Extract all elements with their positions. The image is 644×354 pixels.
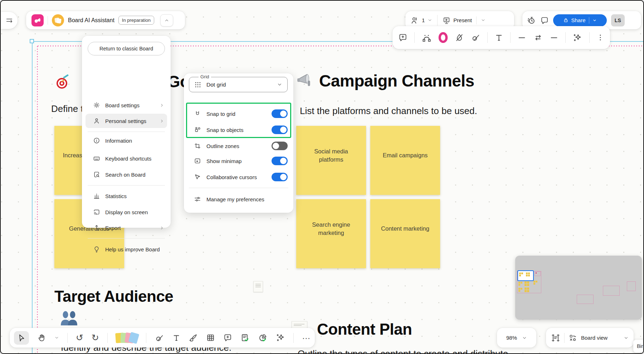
- magnet-icon: [194, 110, 201, 117]
- outline-zones-toggle[interactable]: [272, 142, 288, 150]
- zoom-level[interactable]: 98%: [506, 335, 517, 341]
- menu-item-help-improve[interactable]: Help us improve Board: [82, 242, 171, 256]
- ai-sparkle-icon[interactable]: [275, 333, 285, 343]
- comment-add-icon[interactable]: [398, 33, 408, 42]
- comment-add-icon[interactable]: [223, 333, 232, 342]
- chevron-down-icon[interactable]: [592, 18, 597, 23]
- present-button[interactable]: Present: [453, 17, 472, 23]
- arrows-swap-icon[interactable]: [533, 33, 543, 42]
- line-icon[interactable]: [550, 33, 558, 42]
- hand-tool-icon[interactable]: [37, 333, 46, 342]
- menu-item-keyboard-shortcuts[interactable]: Keyboard shortcuts: [82, 151, 171, 166]
- chevron-down-icon[interactable]: [522, 335, 527, 340]
- open-sidebar-button[interactable]: [1, 12, 18, 29]
- corner-tooltip: Bir: [633, 340, 644, 353]
- divider: [476, 16, 477, 24]
- sticky-note[interactable]: Email campaigns: [370, 126, 440, 195]
- share-button[interactable]: Share: [553, 14, 607, 26]
- collapse-header-button[interactable]: [160, 14, 173, 26]
- audience-heading[interactable]: Target Audience: [54, 287, 173, 305]
- sticky-note[interactable]: Social media platforms: [296, 126, 366, 195]
- collaborators-count[interactable]: 1: [422, 17, 425, 23]
- divider: [589, 32, 590, 43]
- menu-divider: [88, 185, 165, 186]
- no-fill-icon[interactable]: [455, 33, 464, 42]
- minimap-viewport[interactable]: [517, 270, 534, 281]
- show-minimap-toggle[interactable]: [272, 157, 288, 165]
- chart-check-icon[interactable]: [258, 333, 267, 343]
- export-icon: [93, 224, 100, 231]
- sticky-note[interactable]: Search engine marketing: [296, 199, 366, 268]
- frame-border-left: [37, 45, 38, 353]
- status-badge: In preparation: [118, 16, 154, 25]
- text-icon[interactable]: [172, 334, 181, 342]
- snap-to-objects-toggle[interactable]: [272, 126, 288, 134]
- selection-handle[interactable]: [30, 39, 34, 43]
- sticky-notes-tool[interactable]: [116, 331, 138, 344]
- search-page-icon: [93, 171, 100, 178]
- gear-icon: [93, 102, 100, 109]
- minimap[interactable]: [515, 256, 642, 320]
- content-heading[interactable]: Content Plan: [317, 320, 412, 338]
- timer-icon[interactable]: [527, 16, 536, 25]
- content-subtitle[interactable]: Outline the types of content to create a…: [298, 348, 511, 354]
- toggle-row-snap-to-objects: Snap to objects: [184, 123, 293, 137]
- frame-view-icon[interactable]: [551, 333, 560, 343]
- menu-item-search-on-board[interactable]: Search on Board: [82, 167, 171, 182]
- dot-grid-icon: [194, 81, 201, 88]
- comment-icon[interactable]: [540, 16, 549, 25]
- more-horizontal-icon[interactable]: …: [302, 336, 311, 340]
- bezier-pen-icon[interactable]: [422, 33, 431, 43]
- chevron-down-icon[interactable]: [624, 335, 629, 340]
- lightbulb-icon: [93, 246, 100, 253]
- return-to-classic-button[interactable]: Return to classic Board: [88, 42, 165, 55]
- view-switcher: Board view: [546, 328, 634, 348]
- lock-icon: [563, 18, 569, 23]
- chevron-right-icon: [160, 226, 164, 230]
- channels-subtitle[interactable]: List the platforms and channels to be us…: [300, 105, 477, 117]
- menu-divider: [88, 238, 165, 239]
- menu-item-statistics[interactable]: Statistics: [82, 189, 171, 203]
- grid-type-select[interactable]: Grid Dot grid: [189, 77, 288, 92]
- menu-item-information[interactable]: Information: [82, 133, 171, 148]
- select-tool-active[interactable]: [14, 331, 29, 345]
- table-icon[interactable]: [206, 333, 215, 342]
- present-icon: [443, 16, 450, 24]
- redo-button[interactable]: ↻: [92, 333, 99, 342]
- tiny-note[interactable]: [253, 281, 263, 292]
- board-title[interactable]: Board AI Assistant: [68, 17, 114, 24]
- user-avatar[interactable]: LS: [611, 14, 625, 26]
- view-label[interactable]: Board view: [581, 335, 608, 341]
- channels-heading[interactable]: Campaign Channels: [319, 71, 474, 90]
- text-icon[interactable]: [494, 33, 503, 42]
- shape-pen-icon[interactable]: [155, 333, 164, 343]
- keyboard-icon: [93, 155, 100, 162]
- menu-item-board-settings[interactable]: Board settings: [82, 98, 171, 112]
- app-logo-icon[interactable]: [31, 14, 44, 26]
- menu-item-manage-preferences[interactable]: Manage my preferences: [184, 192, 293, 206]
- collaborative-cursors-toggle[interactable]: [272, 173, 288, 181]
- chevron-right-icon: [160, 119, 164, 123]
- more-vertical-icon[interactable]: [596, 34, 604, 41]
- ai-sparkle-icon[interactable]: [572, 33, 582, 43]
- collaborators-icon: [410, 16, 419, 25]
- menu-item-display-on-screen[interactable]: Display on screen: [82, 205, 171, 219]
- board-folder-icon[interactable]: [52, 14, 64, 26]
- chevron-down-icon[interactable]: [428, 18, 432, 23]
- menu-item-export[interactable]: Export: [82, 221, 171, 235]
- menu-item-personal-settings[interactable]: Personal settings: [82, 114, 171, 128]
- line-icon[interactable]: [517, 33, 526, 42]
- chevron-down-icon[interactable]: [481, 18, 486, 23]
- chevron-down-icon[interactable]: [54, 335, 59, 340]
- brush-icon[interactable]: [189, 333, 198, 342]
- board-view-shapes-icon: [569, 334, 577, 342]
- app-window: Campaign Goals Define the campaign goals…: [0, 0, 644, 354]
- doc-check-icon[interactable]: [240, 333, 250, 343]
- shape-pen-icon[interactable]: [471, 33, 480, 42]
- divider: [487, 32, 488, 43]
- snap-to-grid-toggle[interactable]: [272, 109, 288, 118]
- undo-button[interactable]: ↺: [76, 333, 83, 342]
- grid-type-value: Dot grid: [206, 82, 272, 88]
- sticky-note[interactable]: Content marketing: [370, 199, 440, 268]
- ellipse-swatch-icon[interactable]: [438, 32, 448, 43]
